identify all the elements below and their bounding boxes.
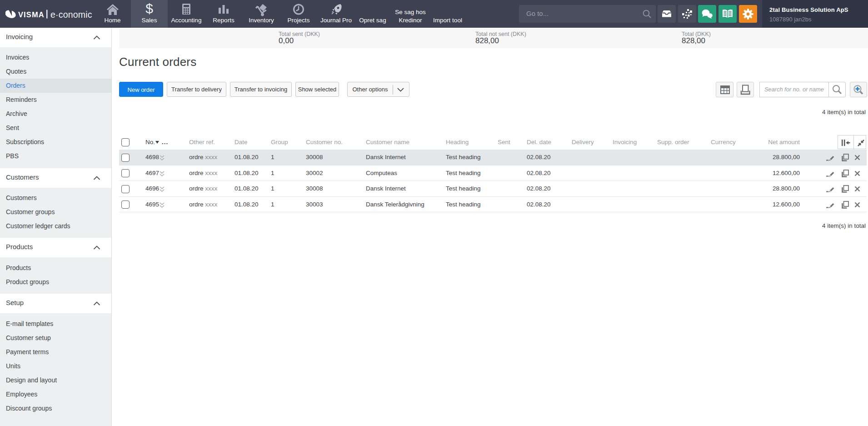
svg-text:VISMA: VISMA [18, 10, 45, 19]
svg-text:e·conomic: e·conomic [50, 10, 92, 20]
